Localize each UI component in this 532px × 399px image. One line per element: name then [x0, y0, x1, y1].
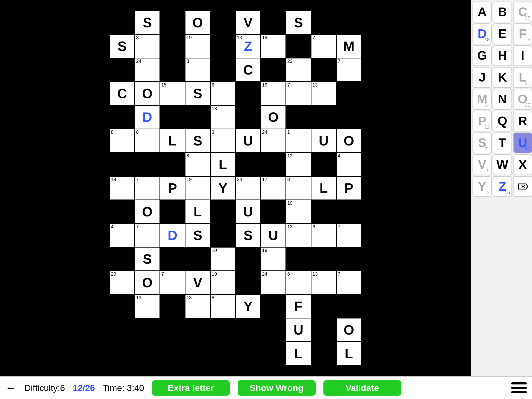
letter-tile-C[interactable]: C26 [513, 2, 532, 22]
cell-5-5[interactable]: U [236, 129, 260, 152]
letter-tile-I[interactable]: I [513, 45, 532, 66]
letter-tile-M[interactable]: M14 [473, 89, 492, 110]
cell-7-8[interactable]: L [311, 177, 336, 200]
cell-12-4[interactable]: 8 [211, 295, 235, 318]
cell-10-4[interactable]: 10 [211, 248, 235, 270]
cell-2-1[interactable]: 24 [135, 58, 159, 81]
cell-3-6[interactable]: 19 [261, 82, 285, 105]
cell-1-9[interactable]: M [337, 35, 361, 58]
cell-4-6[interactable]: O [261, 106, 285, 129]
cell-4-1[interactable]: D [135, 106, 159, 129]
cell-1-8[interactable]: 7 [311, 35, 336, 58]
letter-tile-W[interactable]: W [493, 154, 512, 175]
letter-tile-Y[interactable]: Y2 [473, 176, 492, 197]
cell-5-4[interactable]: 3 [211, 129, 235, 152]
letter-tile-N[interactable]: N [493, 89, 512, 110]
cell-14-9[interactable]: L [337, 342, 361, 365]
cell-10-1[interactable]: S [135, 248, 159, 270]
letter-tile-O[interactable]: O25 [513, 89, 532, 110]
letter-tile-X[interactable]: X [513, 154, 532, 175]
letter-tile-F[interactable]: F5 [513, 23, 532, 44]
cell-11-6[interactable]: 24 [261, 271, 285, 294]
letter-tile-D[interactable]: D18 [473, 23, 492, 44]
cell-7-2[interactable]: P [160, 177, 185, 200]
cell-10-6[interactable]: 19 [261, 248, 285, 270]
cell-13-9[interactable]: O [337, 318, 361, 341]
cell-1-6[interactable]: 19 [261, 35, 285, 58]
cell-9-3[interactable]: S [185, 224, 210, 247]
cell-7-3[interactable]: 19 [185, 177, 210, 200]
cell-0-1[interactable]: S [135, 11, 159, 34]
menu-button[interactable] [511, 381, 527, 395]
letter-tile-L[interactable]: L21 [513, 67, 532, 88]
cell-2-7[interactable]: 23 [286, 58, 311, 81]
cell-7-5[interactable]: 24 [236, 177, 260, 200]
delete-tile[interactable] [513, 176, 532, 197]
letter-tile-Q[interactable]: Q [493, 111, 512, 131]
cell-6-3[interactable]: 8 [185, 153, 210, 176]
cell-5-1[interactable]: 8 [135, 129, 159, 152]
cell-0-5[interactable]: V [236, 11, 260, 34]
cell-9-5[interactable]: S [236, 224, 260, 247]
cell-7-9[interactable]: P [337, 177, 361, 200]
cell-3-4[interactable]: 6 [211, 82, 235, 105]
cell-2-5[interactable]: C [236, 58, 260, 81]
cell-3-1[interactable]: O [135, 82, 159, 105]
cell-6-4[interactable]: L [211, 153, 235, 176]
cell-8-7[interactable]: 19 [286, 200, 311, 223]
cell-11-2[interactable]: 7 [160, 271, 185, 294]
cell-14-7[interactable]: L [286, 342, 311, 365]
cell-13-7[interactable]: U [286, 318, 311, 341]
cell-1-0[interactable]: S [110, 35, 134, 58]
cell-11-7[interactable]: 8 [286, 271, 311, 294]
cell-7-7[interactable]: 8 [286, 177, 311, 200]
cell-0-7[interactable]: S [286, 11, 311, 34]
letter-tile-P[interactable]: P12 [473, 111, 492, 131]
letter-tile-B[interactable]: B [493, 2, 512, 22]
cell-3-8[interactable]: 13 [311, 82, 336, 105]
letter-tile-E[interactable]: E [493, 23, 512, 44]
cell-7-1[interactable]: 7 [135, 177, 159, 200]
cell-11-1[interactable]: O [135, 271, 159, 294]
letter-tile-G[interactable]: G [473, 45, 492, 66]
cell-5-8[interactable]: U [311, 129, 336, 152]
show-wrong-button[interactable]: Show Wrong [238, 380, 316, 396]
cell-3-3[interactable]: S [185, 82, 210, 105]
cell-1-3[interactable]: 19 [185, 35, 210, 58]
letter-tile-Z[interactable]: Z16 [493, 176, 512, 197]
cell-1-5[interactable]: 13Z [236, 35, 260, 58]
letter-tile-R[interactable]: R [513, 111, 532, 131]
cell-11-9[interactable]: 7 [337, 271, 361, 294]
letter-tile-T[interactable]: T [493, 132, 512, 153]
cell-9-9[interactable]: 7 [337, 224, 361, 247]
cell-5-0[interactable]: 8 [110, 129, 134, 152]
back-button[interactable]: ← [5, 381, 17, 394]
letter-tile-H[interactable]: H [493, 45, 512, 66]
cell-9-0[interactable]: 4 [110, 224, 134, 247]
cell-3-0[interactable]: C [110, 82, 134, 105]
letter-tile-K[interactable]: K [493, 67, 512, 88]
cell-7-4[interactable]: Y [211, 177, 235, 200]
cell-9-2[interactable]: D [160, 224, 185, 247]
cell-4-4[interactable]: 13 [211, 106, 235, 129]
letter-tile-J[interactable]: J [473, 67, 492, 88]
cell-6-7[interactable]: 13 [286, 153, 311, 176]
letter-tile-S[interactable]: S22 [473, 132, 492, 153]
cell-12-3[interactable]: 13 [185, 295, 210, 318]
cell-9-6[interactable]: U [261, 224, 285, 247]
cell-3-2[interactable]: 15 [160, 82, 185, 105]
cell-12-1[interactable]: 13 [135, 295, 159, 318]
extra-letter-button[interactable]: Extra letter [152, 380, 230, 396]
cell-5-9[interactable]: O [337, 129, 361, 152]
cell-9-1[interactable]: 7 [135, 224, 159, 247]
cell-9-8[interactable]: 6 [311, 224, 336, 247]
cell-8-1[interactable]: O [135, 200, 159, 223]
cell-8-5[interactable]: U [236, 200, 260, 223]
letter-tile-A[interactable]: A [473, 2, 492, 22]
letter-tile-V[interactable]: V9 [473, 154, 492, 175]
cell-6-9[interactable]: 4 [337, 153, 361, 176]
cell-2-9[interactable]: 7 [337, 58, 361, 81]
cell-11-4[interactable]: 19 [211, 271, 235, 294]
cell-5-3[interactable]: S [185, 129, 210, 152]
cell-7-0[interactable]: 19 [110, 177, 134, 200]
